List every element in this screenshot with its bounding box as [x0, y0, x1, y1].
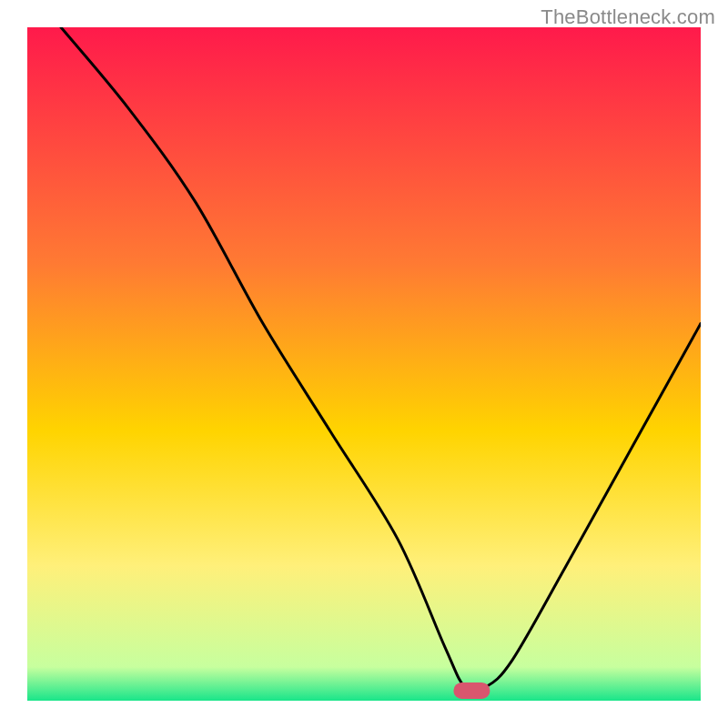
attribution-text: TheBottleneck.com [541, 5, 715, 29]
chart-stage: TheBottleneck.com [0, 0, 728, 728]
optimum-marker [453, 682, 490, 699]
bottleneck-chart [0, 0, 728, 728]
plot-background [27, 27, 701, 701]
